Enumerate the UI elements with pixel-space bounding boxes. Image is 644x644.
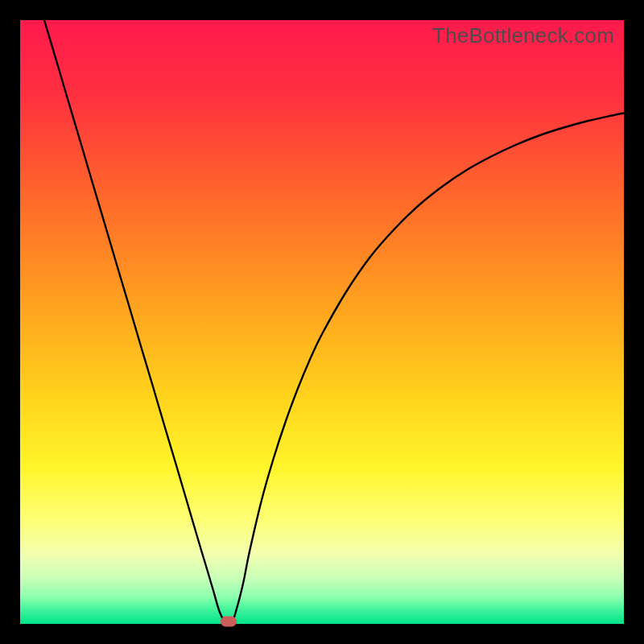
bottleneck-chart: [20, 20, 624, 624]
gradient-background: [20, 20, 624, 624]
watermark-text: TheBottleneck.com: [432, 23, 614, 48]
optimal-point-marker: [221, 617, 237, 627]
chart-frame: TheBottleneck.com: [20, 20, 624, 624]
